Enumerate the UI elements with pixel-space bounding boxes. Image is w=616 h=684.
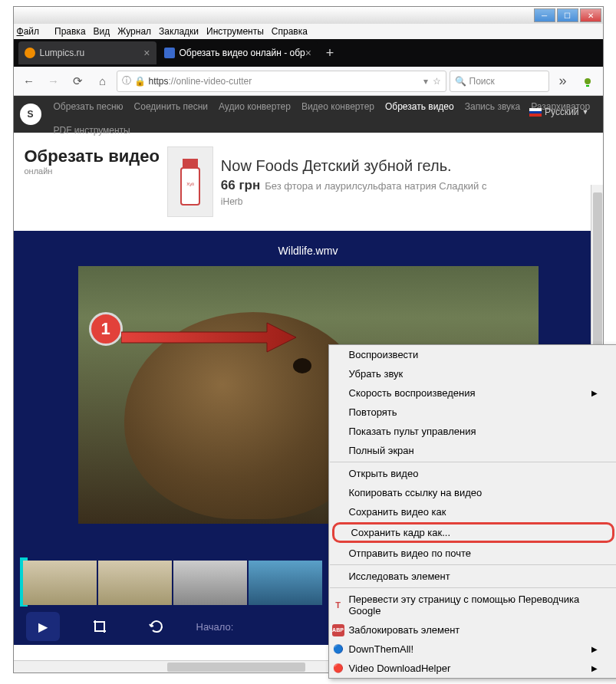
new-tab-button[interactable]: +: [319, 42, 341, 64]
callout-arrow-icon: [121, 320, 298, 355]
favicon-icon: [164, 48, 175, 58]
favicon-icon: [25, 48, 35, 58]
ad-text: Now Foods Детский зубной гель. 66 грнБез…: [221, 157, 487, 207]
ctx-mute[interactable]: Убрать звук: [329, 364, 617, 383]
page-header-row: Обрезать видео онлайн Xyli Now Foods Дет…: [14, 133, 603, 231]
ctx-copy-link[interactable]: Копировать ссылку на видео: [329, 483, 617, 502]
page-subtitle: онлайн: [25, 166, 160, 176]
title-bar: ─ ☐ ✕: [14, 7, 603, 24]
menu-history[interactable]: Журнал: [117, 26, 151, 37]
language-selector[interactable]: Русский ▼: [529, 107, 588, 117]
ctx-adblock[interactable]: ABPЗаблокировать элемент: [329, 620, 617, 640]
nav-link[interactable]: PDF инструменты: [54, 124, 130, 137]
tab-title: Lumpics.ru: [40, 48, 85, 58]
tab-close-icon[interactable]: ×: [143, 47, 150, 59]
extension-icon[interactable]: [577, 71, 598, 92]
ctx-speed[interactable]: Скорость воспроизведения▶: [329, 383, 617, 403]
nav-link[interactable]: Соединить песни: [134, 100, 208, 113]
tab-close-icon[interactable]: ×: [305, 47, 311, 59]
search-icon: 🔍: [455, 76, 466, 87]
menu-help[interactable]: Справка: [272, 26, 308, 37]
svg-rect-0: [183, 159, 198, 168]
rotate-button[interactable]: [140, 612, 173, 641]
home-button[interactable]: ⌂: [92, 71, 114, 92]
page-title: Обрезать видео: [25, 146, 160, 166]
adblock-icon: ABP: [332, 624, 344, 636]
url-protocol: https: [149, 76, 169, 87]
ctx-play[interactable]: Воспроизвести: [329, 345, 617, 364]
play-button[interactable]: ▶: [26, 612, 60, 641]
ctx-save-frame[interactable]: Сохранить кадр как...: [332, 522, 614, 543]
nav-link[interactable]: Обрезать песню: [54, 100, 124, 113]
ctx-translate[interactable]: TПеревести эту страницу с помощью Перево…: [329, 590, 617, 620]
ctx-save-video[interactable]: Сохранить видео как: [329, 502, 617, 521]
ad-desc: Без фтора и лаурилсульфата натрия Сладки…: [265, 180, 486, 192]
close-button[interactable]: ✕: [580, 8, 601, 22]
reload-button[interactable]: ⟳: [68, 71, 89, 92]
ctx-video-downloadhelper[interactable]: 🔴Video DownloadHelper▶: [329, 659, 617, 678]
site-navigation: S Обрезать песню Соединить песни Аудио к…: [14, 96, 603, 133]
ctx-email-video[interactable]: Отправить видео по почте: [329, 544, 617, 563]
search-bar[interactable]: 🔍 Поиск: [450, 71, 549, 92]
minimize-button[interactable]: ─: [534, 8, 555, 22]
dropdown-icon[interactable]: ▾: [423, 76, 428, 87]
forward-button[interactable]: →: [43, 71, 64, 92]
menu-tools[interactable]: Инструменты: [206, 26, 264, 37]
tab-bar: Lumpics.ru × Обрезать видео онлайн - обр…: [14, 39, 603, 67]
start-time-label: Начало:: [196, 621, 234, 633]
browser-window: ─ ☐ ✕ Файл Правка Вид Журнал Закладки Ин…: [13, 6, 604, 673]
video-filename: Wildlife.wmv: [14, 240, 603, 266]
svg-rect-1: [181, 168, 199, 205]
submenu-arrow-icon: ▶: [591, 645, 598, 653]
tab-lumpics[interactable]: Lumpics.ru ×: [18, 41, 156, 64]
nav-link[interactable]: Видео конвертер: [301, 100, 374, 113]
ad-price: 66 грн: [221, 178, 260, 193]
separator: [330, 462, 617, 462]
ad-image: Xyli: [167, 146, 213, 217]
submenu-arrow-icon: ▶: [591, 389, 598, 397]
timeline-thumb[interactable]: [98, 561, 172, 605]
separator: [330, 564, 617, 565]
overflow-button[interactable]: »: [552, 71, 574, 92]
menu-file[interactable]: Файл: [17, 26, 48, 37]
timeline[interactable]: [23, 561, 322, 605]
translate-icon: T: [332, 599, 344, 611]
flag-ru-icon: [529, 108, 542, 117]
menu-bookmarks[interactable]: Закладки: [159, 26, 199, 37]
ctx-loop[interactable]: Повторять: [329, 403, 617, 422]
back-button[interactable]: ←: [18, 71, 40, 92]
tab-video-cutter[interactable]: Обрезать видео онлайн - обр ×: [158, 41, 318, 64]
site-logo[interactable]: S: [20, 104, 41, 125]
ctx-show-controls[interactable]: Показать пульт управления: [329, 422, 617, 441]
menu-view[interactable]: Вид: [94, 26, 110, 37]
ctx-inspect[interactable]: Исследовать элемент: [329, 567, 617, 586]
ctx-open-video[interactable]: Открыть видео: [329, 464, 617, 483]
scrollbar-thumb[interactable]: [167, 663, 305, 672]
ad-block[interactable]: Xyli Now Foods Детский зубной гель. 66 г…: [167, 146, 592, 217]
nav-links: Обрезать песню Соединить песни Аудио кон…: [54, 100, 594, 137]
timeline-thumb[interactable]: [23, 561, 97, 605]
timeline-thumb[interactable]: [249, 561, 322, 605]
submenu-arrow-icon: ▶: [591, 664, 598, 672]
ctx-downthemall[interactable]: 🔵DownThemAll!▶: [329, 640, 617, 659]
ad-title: Now Foods Детский зубной гель.: [221, 157, 487, 175]
bookmark-star-icon[interactable]: ☆: [433, 76, 441, 87]
url-rest: ://online-video-cutter: [169, 76, 252, 87]
timeline-thumb[interactable]: [173, 561, 247, 605]
crop-button[interactable]: [83, 612, 117, 641]
nav-link[interactable]: Запись звука: [465, 100, 521, 113]
maximize-button[interactable]: ☐: [557, 8, 578, 22]
dta-icon: 🔵: [332, 643, 344, 656]
ad-brand: iHerb: [221, 196, 487, 207]
info-icon[interactable]: ⓘ: [122, 74, 131, 87]
page-title-block: Обрезать видео онлайн: [25, 146, 160, 217]
nav-link-active[interactable]: Обрезать видео: [385, 100, 454, 113]
callout-marker-1: 1: [89, 312, 123, 346]
vdh-icon: 🔴: [332, 663, 344, 675]
tab-title: Обрезать видео онлайн - обр: [180, 48, 305, 58]
menu-edit[interactable]: Правка: [54, 26, 86, 37]
svg-text:Xyli: Xyli: [186, 182, 194, 186]
nav-link[interactable]: Аудио конвертер: [219, 100, 291, 113]
url-bar[interactable]: ⓘ 🔒 https://online-video-cutter ▾ ☆: [117, 71, 446, 92]
ctx-fullscreen[interactable]: Полный экран: [329, 441, 617, 460]
